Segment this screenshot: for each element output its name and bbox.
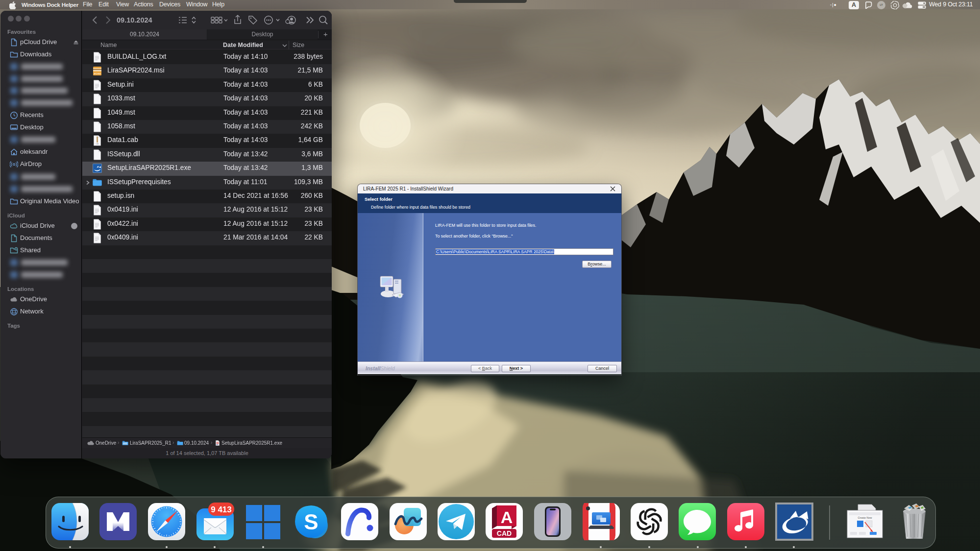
svg-text:ARCHIVE: ARCHIVE: [94, 73, 100, 75]
svg-text:CAD: CAD: [497, 529, 512, 537]
svg-text:9 413: 9 413: [211, 505, 232, 514]
svg-text:S: S: [304, 510, 318, 534]
svg-text:A: A: [501, 508, 513, 527]
svg-text:CAB: CAB: [96, 143, 98, 145]
svg-text:Create New: Create New: [858, 516, 872, 519]
